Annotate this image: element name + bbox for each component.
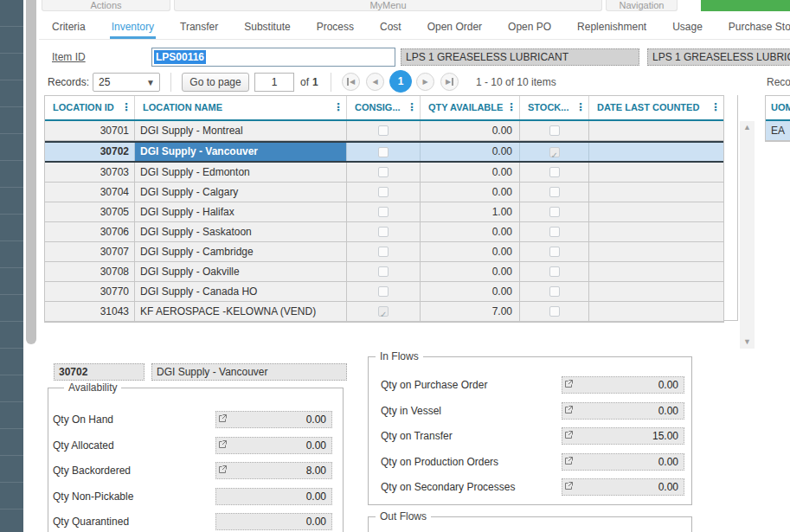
table-row[interactable]: 30770DGI Supply - Canada HO0.00 bbox=[45, 282, 723, 302]
item-id-input[interactable]: LPS00116 bbox=[151, 48, 395, 67]
tab-cost[interactable]: Cost bbox=[378, 21, 403, 40]
drilldown-link-icon[interactable] bbox=[218, 413, 228, 423]
stock-checkbox[interactable] bbox=[549, 187, 560, 197]
cell-stock bbox=[520, 183, 589, 202]
item-id-label[interactable]: Item ID bbox=[52, 51, 86, 63]
table-row[interactable]: 30705DGI Supply - Halifax1.00 bbox=[45, 202, 723, 222]
tab-substitute[interactable]: Substitute bbox=[242, 21, 292, 40]
drilldown-link-icon[interactable] bbox=[564, 430, 574, 439]
mymenu-menu-button[interactable]: MyMenu bbox=[174, 0, 602, 11]
last-page-button[interactable]: ▶ bbox=[440, 73, 459, 91]
cell-location-name: DGI Supply - Calgary bbox=[135, 183, 347, 202]
qty-on-hand-label: Qty On Hand bbox=[53, 411, 113, 428]
tab-open-order[interactable]: Open Order bbox=[426, 21, 484, 40]
grid-scrollbar[interactable]: ▲ ▼ bbox=[740, 121, 755, 349]
consignment-checkbox[interactable] bbox=[378, 286, 389, 297]
uom-row-selected[interactable]: EA bbox=[766, 121, 790, 141]
column-header-uom[interactable]: UOM bbox=[766, 96, 790, 121]
consignment-checkbox[interactable] bbox=[378, 266, 389, 277]
stock-checkbox[interactable] bbox=[549, 286, 560, 297]
stock-checkbox[interactable] bbox=[549, 227, 560, 237]
stock-checkbox[interactable] bbox=[549, 306, 560, 317]
table-row[interactable]: 30706DGI Supply - Saskatoon0.00 bbox=[45, 222, 723, 242]
green-action-button[interactable] bbox=[701, 0, 790, 11]
cell-location-id: 30770 bbox=[45, 282, 135, 301]
stock-checkbox[interactable] bbox=[549, 247, 560, 257]
qty-on-production-orders-value: 0.00 bbox=[658, 454, 678, 470]
qty-on-purchase-order-row: Qty on Purchase Order 0.00 bbox=[381, 376, 683, 394]
table-row-selected[interactable]: 30702DGI Supply - Vancouver0.00 bbox=[45, 141, 723, 163]
table-row[interactable]: 30704DGI Supply - Calgary0.00 bbox=[45, 183, 723, 202]
cell-consignment bbox=[347, 282, 421, 301]
tab-transfer[interactable]: Transfer bbox=[178, 21, 220, 40]
column-menu-icon[interactable]: ⋮ bbox=[506, 96, 517, 119]
in-flows-legend: In Flows bbox=[376, 350, 423, 362]
column-header-location-name[interactable]: LOCATION NAME⋮ bbox=[135, 96, 347, 119]
column-header-consignment[interactable]: CONSIG...⋮ bbox=[347, 96, 421, 119]
drilldown-link-icon[interactable] bbox=[218, 439, 228, 449]
column-header-qty-available[interactable]: QTY AVAILABLE⋮ bbox=[421, 96, 520, 119]
navigation-menu-button[interactable]: Navigation bbox=[606, 0, 678, 11]
column-menu-icon[interactable]: ⋮ bbox=[407, 96, 417, 119]
collapsed-side-menu[interactable] bbox=[0, 0, 23, 532]
column-menu-icon[interactable]: ⋮ bbox=[333, 96, 344, 119]
drilldown-link-icon[interactable] bbox=[218, 465, 228, 474]
next-page-button[interactable]: ▶ bbox=[416, 73, 434, 91]
consignment-checkbox[interactable] bbox=[378, 147, 389, 157]
tab-process[interactable]: Process bbox=[315, 21, 356, 40]
table-row[interactable]: 31043KF AEROSPACE -KELOWNA (VEND)7.00 bbox=[45, 302, 723, 322]
in-flows-group: In Flows Qty on Purchase Order 0.00 Qty … bbox=[368, 356, 692, 505]
column-header-date-last-counted[interactable]: DATE LAST COUNTED⋮ bbox=[589, 96, 723, 119]
drilldown-link-icon[interactable] bbox=[564, 481, 574, 490]
qty-non-pickable-field: 0.00 bbox=[215, 488, 332, 505]
qty-in-vessel-label: Qty in Vessel bbox=[381, 402, 441, 420]
current-page-button[interactable]: 1 bbox=[389, 70, 412, 93]
records-per-page-select[interactable]: 25 ▼ bbox=[93, 73, 160, 92]
actions-menu-button[interactable]: Actions bbox=[42, 0, 170, 11]
column-menu-icon[interactable]: ⋮ bbox=[710, 96, 721, 119]
scroll-down-icon[interactable]: ▼ bbox=[740, 336, 755, 349]
stock-checkbox[interactable] bbox=[549, 167, 560, 177]
table-row[interactable]: 30701DGI Supply - Montreal0.00 bbox=[45, 121, 723, 141]
cell-consignment bbox=[347, 143, 421, 161]
stock-checkbox[interactable] bbox=[549, 125, 560, 136]
consignment-checkbox[interactable] bbox=[378, 207, 389, 217]
stock-checkbox[interactable] bbox=[549, 266, 560, 277]
table-row[interactable]: 30707DGI Supply - Cambridge0.00 bbox=[45, 242, 723, 262]
drilldown-link-icon[interactable] bbox=[564, 405, 574, 414]
tab-replenishment[interactable]: Replenishment bbox=[575, 21, 648, 40]
stock-checkbox[interactable] bbox=[549, 207, 560, 217]
column-header-location-id[interactable]: LOCATION ID⋮ bbox=[45, 96, 135, 119]
consignment-checkbox[interactable] bbox=[378, 227, 389, 237]
uom-grid: UOM EA bbox=[765, 95, 790, 142]
cell-location-name: DGI Supply - Edmonton bbox=[135, 163, 347, 182]
consignment-checkbox[interactable] bbox=[378, 187, 389, 197]
tab-usage[interactable]: Usage bbox=[671, 21, 704, 40]
qty-on-transfer-label: Qty on Transfer bbox=[381, 427, 453, 445]
tab-open-po[interactable]: Open PO bbox=[506, 21, 553, 40]
table-row[interactable]: 30703DGI Supply - Edmonton0.00 bbox=[45, 163, 723, 183]
go-to-page-button[interactable]: Go to page bbox=[182, 73, 249, 92]
tab-inventory[interactable]: Inventory bbox=[110, 21, 156, 40]
column-menu-icon[interactable]: ⋮ bbox=[575, 96, 586, 119]
uom-records-label: Records: bbox=[767, 76, 790, 88]
scroll-up-icon[interactable]: ▲ bbox=[740, 121, 755, 134]
consignment-checkbox[interactable] bbox=[378, 247, 389, 257]
column-menu-icon[interactable]: ⋮ bbox=[121, 96, 132, 119]
first-page-button[interactable]: ◀ bbox=[342, 73, 360, 91]
consignment-checkbox[interactable] bbox=[378, 125, 389, 136]
table-row[interactable]: 30708DGI Supply - Oakville0.00 bbox=[45, 262, 723, 282]
cell-location-id: 30707 bbox=[45, 242, 135, 261]
tab-purchase-stock-card[interactable]: Purchase Stock Card bbox=[727, 21, 790, 40]
consignment-checkbox[interactable] bbox=[378, 167, 389, 177]
qty-allocated-value: 0.00 bbox=[306, 438, 326, 453]
vertical-scrollbar-thumb[interactable] bbox=[26, 0, 36, 344]
stock-checkbox[interactable] bbox=[549, 147, 560, 157]
previous-page-button[interactable]: ◀ bbox=[366, 73, 384, 91]
tab-criteria[interactable]: Criteria bbox=[50, 21, 87, 40]
drilldown-link-icon[interactable] bbox=[564, 379, 574, 388]
page-number-input[interactable]: 1 bbox=[254, 73, 294, 92]
column-header-stock[interactable]: STOCK...⋮ bbox=[520, 96, 589, 119]
consignment-checkbox[interactable] bbox=[378, 306, 389, 317]
drilldown-link-icon[interactable] bbox=[564, 456, 574, 465]
